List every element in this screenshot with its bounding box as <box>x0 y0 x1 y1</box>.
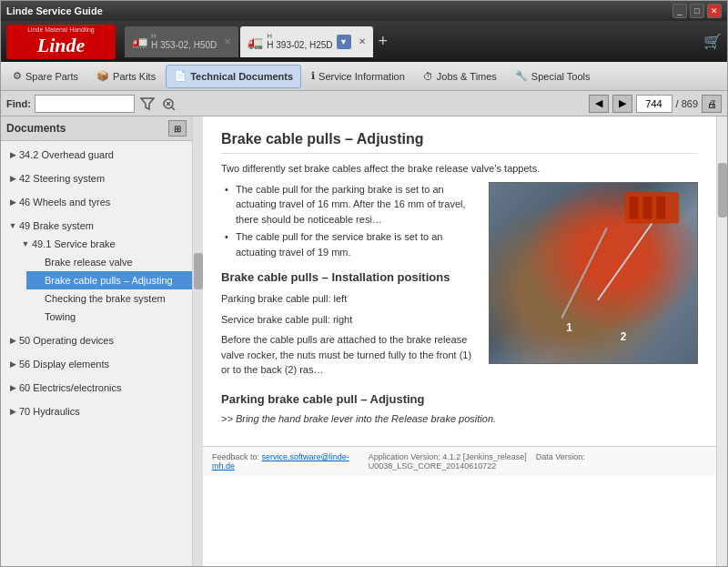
special-tools-button[interactable]: 🔧 Special Tools <box>507 65 599 88</box>
toggle-display-elements[interactable]: ▶ <box>6 358 19 370</box>
doc-scroll-thumb[interactable] <box>718 163 727 218</box>
toggle-brake-system[interactable]: ▼ <box>6 219 19 232</box>
service-info-icon: ℹ <box>311 70 315 82</box>
document-tabs: 🚛 H H 353-02, H50D ✕ 🚛 H H 393-02, H25D … <box>125 26 698 57</box>
sidebar-item-operating-devices[interactable]: ▶ 50 Operating devices <box>1 329 192 352</box>
search-clear-icon[interactable] <box>160 95 178 113</box>
main-area: Documents ⊞ ▶ 34.2 Overhead guard <box>1 116 727 566</box>
service-brake-children: ▶ Brake release valve ▶ Brake cable pull… <box>14 253 192 326</box>
technical-docs-icon: 📄 <box>174 70 187 82</box>
sidebar-expand-button[interactable]: ⊞ <box>168 120 187 137</box>
bullet-1: The cable pull for the parking brake is … <box>221 182 698 228</box>
sidebar-item-overhead-guard[interactable]: ▶ 34.2 Overhead guard <box>1 143 192 167</box>
sidebar-row-electrics[interactable]: ▶ 60 Electrics/electronics <box>1 379 192 397</box>
print-button[interactable]: 🖨 <box>702 95 722 113</box>
next-page-button[interactable]: ▶ <box>612 95 632 113</box>
sidebar-row-wheels[interactable]: ▶ 46 Wheels and tyres <box>1 193 192 211</box>
sidebar-row-display-elements[interactable]: ▶ 56 Display elements <box>1 355 192 373</box>
sidebar-scrollbar[interactable] <box>192 116 203 566</box>
svg-line-2 <box>171 106 175 110</box>
parts-kits-button[interactable]: 📦 Parts Kits <box>88 65 164 88</box>
sidebar-item-steering[interactable]: ▶ 42 Steering system <box>1 167 192 190</box>
title-bar: Linde Service Guide _ □ ✕ <box>1 1 727 21</box>
toggle-steering[interactable]: ▶ <box>6 172 19 185</box>
jobs-times-button[interactable]: ⏱ Jobs & Times <box>415 65 505 88</box>
sidebar-item-display-elements[interactable]: ▶ 56 Display elements <box>1 352 192 376</box>
close-button[interactable]: ✕ <box>707 4 722 18</box>
sidebar-item-hydraulics[interactable]: ▶ 70 Hydraulics <box>1 400 192 423</box>
page-number-input[interactable] <box>636 95 672 113</box>
logo-text: Linde <box>37 34 86 57</box>
sidebar-item-brake-cable-adjusting[interactable]: ▶ Brake cable pulls – Adjusting <box>26 271 192 289</box>
maximize-button[interactable]: □ <box>690 4 704 18</box>
sidebar-row-steering[interactable]: ▶ 42 Steering system <box>1 169 192 187</box>
page-nav: ◀ ▶ / 869 🖨 <box>589 95 722 113</box>
toggle-overhead-guard[interactable]: ▶ <box>6 148 19 161</box>
image-label-1: 1 <box>566 321 572 334</box>
document-area[interactable]: Brake cable pulls – Adjusting Two differ… <box>203 116 716 566</box>
doc-scrollbar[interactable] <box>716 116 727 566</box>
filter-icon[interactable] <box>138 95 157 113</box>
label-brake-cable-adjusting: Brake cable pulls – Adjusting <box>45 275 173 286</box>
toggle-wheels[interactable]: ▶ <box>6 196 19 208</box>
service-brake-group: ▼ 49.1 Service brake ▶ Brake release val… <box>1 235 192 326</box>
window-title: Linde Service Guide <box>6 5 103 16</box>
label-electrics: 60 Electrics/electronics <box>19 382 122 393</box>
logo-subtitle: Linde Material Handling <box>27 26 95 33</box>
app-header: Linde Material Handling Linde 🚛 H H 353-… <box>1 21 727 62</box>
sidebar-row-hydraulics[interactable]: ▶ 70 Hydraulics <box>1 402 192 420</box>
sidebar-row-brake-system[interactable]: ▼ 49 Brake system <box>1 217 192 235</box>
label-service-brake: 49.1 Service brake <box>32 238 116 249</box>
tab1-close[interactable]: ✕ <box>224 36 231 46</box>
sidebar-scroll-thumb[interactable] <box>194 253 203 289</box>
minimize-button[interactable]: _ <box>672 4 687 18</box>
label-brake-release-valve: Brake release valve <box>45 257 133 268</box>
technical-documents-button[interactable]: 📄 Technical Documents <box>166 65 301 88</box>
spare-parts-button[interactable]: ⚙ Spare Parts <box>5 65 86 88</box>
jobs-times-label: Jobs & Times <box>437 71 497 82</box>
prev-page-button[interactable]: ◀ <box>589 95 609 113</box>
spare-parts-label: Spare Parts <box>25 71 78 82</box>
special-tools-label: Special Tools <box>531 71 591 82</box>
spare-parts-icon: ⚙ <box>13 70 22 82</box>
step1: >> Bring the hand brake lever into the R… <box>221 411 698 427</box>
tab-filter-btn[interactable]: ▼ <box>337 35 351 49</box>
label-steering: 42 Steering system <box>19 173 105 184</box>
feedback-label: Feedback to: <box>212 452 259 461</box>
service-information-button[interactable]: ℹ Service Information <box>303 65 413 88</box>
tab-h353[interactable]: 🚛 H H 353-02, H50D ✕ <box>125 26 238 57</box>
tab2-close[interactable]: ✕ <box>359 36 366 46</box>
feedback-area: Feedback to: service.software@linde-mh.d… <box>212 452 369 471</box>
tab1-icon: 🚛 <box>132 35 147 49</box>
app-version: Application Version: 4.1.2 [Jenkins_rele… <box>369 452 707 471</box>
label-hydraulics: 70 Hydraulics <box>19 406 80 417</box>
search-input[interactable] <box>35 95 135 113</box>
search-bar: Find: ◀ ▶ / 869 🖨 <box>1 91 727 116</box>
toggle-hydraulics[interactable]: ▶ <box>6 405 19 418</box>
logo-area: Linde Material Handling Linde <box>6 25 116 59</box>
tab-h393[interactable]: 🚛 H H 393-02, H25D ▼ ✕ <box>240 26 372 57</box>
sidebar-item-wheels[interactable]: ▶ 46 Wheels and tyres <box>1 190 192 214</box>
sidebar-item-brake-system[interactable]: ▼ 49 Brake system ▼ 49.1 Service brake <box>1 214 192 329</box>
jobs-times-icon: ⏱ <box>423 71 433 82</box>
special-tools-icon: 🔧 <box>515 70 528 82</box>
toggle-operating-devices[interactable]: ▶ <box>6 334 19 347</box>
sidebar-item-towing[interactable]: ▶ Towing <box>26 308 192 326</box>
toggle-electrics[interactable]: ▶ <box>6 381 19 394</box>
sidebar-row-service-brake[interactable]: ▼ 49.1 Service brake <box>14 235 192 253</box>
sidebar-tree: ▶ 34.2 Overhead guard ▶ 42 Steering syst… <box>1 141 192 566</box>
sidebar-item-brake-release-valve[interactable]: ▶ Brake release valve <box>26 253 192 271</box>
document-intro: Two differently set brake cables affect … <box>221 161 698 177</box>
label-checking-brake: Checking the brake system <box>45 293 166 304</box>
sidebar-item-checking-brake[interactable]: ▶ Checking the brake system <box>26 289 192 308</box>
add-tab-button[interactable]: + <box>375 32 392 51</box>
search-label: Find: <box>6 98 31 109</box>
parts-kits-icon: 📦 <box>96 70 109 82</box>
toggle-service-brake[interactable]: ▼ <box>19 238 32 250</box>
sidebar-row-overhead-guard[interactable]: ▶ 34.2 Overhead guard <box>1 146 192 164</box>
window-controls: _ □ ✕ <box>672 4 722 18</box>
label-overhead-guard: 34.2 Overhead guard <box>19 149 114 160</box>
sidebar-item-electrics[interactable]: ▶ 60 Electrics/electronics <box>1 376 192 400</box>
cart-icon[interactable]: 🛒 <box>703 33 722 50</box>
sidebar-row-operating-devices[interactable]: ▶ 50 Operating devices <box>1 331 192 349</box>
